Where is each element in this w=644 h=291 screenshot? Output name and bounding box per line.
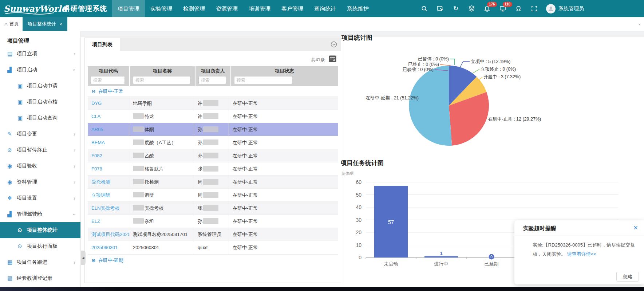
redaction-blur — [203, 179, 218, 185]
group-row-in-progress-normal[interactable]: ⊖ 在研中-正常 — [88, 86, 338, 97]
sidebar-item[interactable]: ▦项目任务跟进› — [0, 254, 80, 270]
table-row[interactable]: CLA特龙许在研中-正常 — [88, 110, 338, 123]
group-row-in-progress-delayed[interactable]: ⊕ 在研中-延期 — [88, 254, 338, 266]
nav-menu-item[interactable]: 培训管理 — [243, 0, 276, 17]
project-name-cell: 乙酸 — [129, 149, 194, 162]
sidebar-item-label: 项目验收 — [17, 163, 74, 169]
redaction-blur — [133, 113, 144, 119]
project-owner-cell: 孙 — [194, 215, 229, 228]
project-name-cell: 体酮 — [129, 123, 194, 136]
project-code-link[interactable]: 立项调研 — [91, 192, 110, 198]
table-row[interactable]: 立项调研调研周在研中-正常 — [88, 189, 338, 202]
project-code-link[interactable]: ELN实操考核 — [91, 205, 119, 211]
sidebar-item-label: 项目启动申请 — [27, 83, 75, 89]
project-code-cell: F078 — [88, 162, 129, 175]
table-row[interactable]: BEMA度酸（A工艺）孙在研中-正常 — [88, 136, 338, 149]
sidebar-item[interactable]: ▟项目启动› — [0, 62, 80, 78]
tab-project-overall-stats[interactable]: 项目整体统计 × — [23, 17, 67, 31]
sidebar-item[interactable]: ▤项目立项› — [0, 46, 80, 62]
sidebar-item[interactable]: ▣项目启动审核 — [0, 94, 80, 110]
sidebar-item[interactable]: ▨经验教训登记册 — [0, 270, 80, 286]
project-code-link[interactable]: CLA — [91, 114, 100, 119]
project-code-link[interactable]: ELZ — [91, 219, 100, 224]
project-status-cell: 在研中-正常 — [229, 149, 338, 162]
project-code-link[interactable]: DYG — [91, 101, 102, 106]
project-code-link[interactable]: F078 — [91, 166, 102, 172]
column-search-input[interactable] — [133, 76, 190, 84]
tab-close-icon[interactable]: × — [59, 21, 62, 27]
project-code-link[interactable]: 2025060301 — [91, 245, 118, 250]
panel-tab-project-list[interactable]: 项目列表 — [85, 38, 120, 51]
project-code-link[interactable]: F082 — [91, 153, 102, 158]
approval-panel-icon[interactable] — [436, 5, 444, 12]
popup-detail-link[interactable]: 请查看详情<< — [567, 251, 596, 257]
bar-chart-title: 项目任务统计图 — [340, 159, 384, 167]
popup-close-icon[interactable]: ✕ — [633, 224, 638, 231]
sidebar-item[interactable]: ✎项目变更› — [0, 126, 80, 142]
nav-menu-item[interactable]: 系统维护 — [341, 0, 374, 17]
sidebar-item[interactable]: ◉项目验收› — [0, 158, 80, 174]
column-search-input[interactable] — [198, 76, 226, 84]
user-menu[interactable]: 系统管理员 — [546, 4, 584, 13]
omega-icon[interactable]: Ω — [515, 5, 522, 12]
collapse-group-icon[interactable]: ⊖ — [91, 89, 96, 94]
nav-menu-item[interactable]: 客户管理 — [276, 0, 309, 17]
table-row[interactable]: ELZ奈坦孙在研中-正常 — [88, 215, 338, 228]
chart-text: 未启动 — [384, 261, 398, 267]
tab-home-label: 首页 — [9, 21, 19, 27]
sidebar-item[interactable]: ▟管理驾驶舱› — [0, 206, 80, 222]
panel-collapse-icon[interactable] — [331, 41, 337, 48]
popup-body: 实验:【RD250326-0005】已超时，请尽快提交复核，关闭实验。 请查看详… — [514, 236, 644, 259]
nav-menu-item[interactable]: 检测管理 — [178, 0, 210, 17]
bar — [424, 256, 458, 257]
project-code-link[interactable]: BEMA — [91, 140, 105, 145]
table-settings-icon[interactable] — [329, 55, 336, 64]
sidebar-item[interactable]: ▣项目启动查询 — [0, 110, 80, 126]
execution-panel-icon: ⊙ — [17, 243, 27, 249]
table-row[interactable]: F078格鲁肽片张在研中-正常 — [88, 162, 338, 176]
chevron-down-icon: › — [72, 213, 78, 215]
project-code-link[interactable]: 受托检测 — [91, 179, 110, 185]
fullscreen-icon[interactable] — [530, 5, 538, 12]
monitor-message-icon[interactable]: 110 — [499, 5, 506, 12]
chart-text: 57 — [388, 219, 394, 225]
tabbar-chevron-down-icon[interactable]: › — [637, 23, 642, 25]
tab-home[interactable]: ⌂ 首页 — [4, 17, 19, 31]
project-code-link[interactable]: 测试项目代码20250317... — [91, 232, 129, 237]
popup-dismiss-button[interactable]: 忽略 — [616, 272, 639, 282]
sidebar-collapse-handle[interactable]: ◀ — [81, 251, 86, 265]
table-row[interactable]: 测试项目代码20250317...测试项目名称2025031701系统管理员在研… — [88, 228, 338, 241]
sidebar-item-label: 项目设置 — [17, 195, 74, 201]
pie-label: 已终止 : 0 (0%) — [408, 62, 439, 67]
column-search-input[interactable] — [234, 76, 292, 84]
expand-group-icon[interactable]: ⊕ — [91, 257, 96, 263]
table-row[interactable]: F082乙酸孙在研中-正常 — [88, 149, 338, 162]
sidebar-item[interactable]: ⊙项目整体统计 — [0, 222, 80, 238]
redaction-blur — [203, 100, 218, 106]
sidebar-item[interactable]: ⊙项目执行面板 — [0, 238, 80, 254]
sidebar-item[interactable]: ▣项目启动申请 — [0, 78, 80, 94]
table-row[interactable]: AR05体酮孙在研中-正常 — [88, 123, 338, 136]
pie-label: 已暂停 : 0 (0%) — [418, 56, 449, 62]
sidebar-item[interactable]: ❖项目设置› — [0, 190, 80, 206]
layers-icon[interactable] — [468, 5, 475, 12]
project-code-cell: ELN实操考核 — [88, 202, 129, 215]
home-icon: ⌂ — [4, 21, 8, 27]
bell-icon[interactable]: 176 — [483, 5, 491, 12]
refresh-icon[interactable]: ↻ — [452, 5, 459, 12]
nav-menu-item[interactable]: 资源管理 — [210, 0, 243, 17]
sidebar-item[interactable]: ◉资料管理› — [0, 174, 80, 190]
chevron-down-icon: › — [72, 69, 78, 71]
column-search-input[interactable] — [91, 76, 125, 84]
table-row[interactable]: 受托检测托检测周在研中-正常 — [88, 176, 338, 189]
nav-menu-item[interactable]: 项目管理 — [112, 0, 145, 17]
nav-menu-item[interactable]: 实验管理 — [145, 0, 178, 17]
project-code-link[interactable]: AR05 — [91, 127, 103, 132]
sidebar-item[interactable]: ⊘项目暂停终止› — [0, 142, 80, 158]
table-row[interactable]: 20250603012025060301qiuxt在研中-正常 — [88, 241, 338, 254]
table-row[interactable]: ELN实操考核实操考核张在研中-正常 — [88, 202, 338, 215]
column-header: 项目状态 — [231, 66, 338, 76]
table-row[interactable]: DYG地屈孕酮许在研中-正常 — [88, 97, 338, 110]
search-icon[interactable] — [421, 5, 428, 12]
nav-menu-item[interactable]: 查询统计 — [309, 0, 341, 17]
